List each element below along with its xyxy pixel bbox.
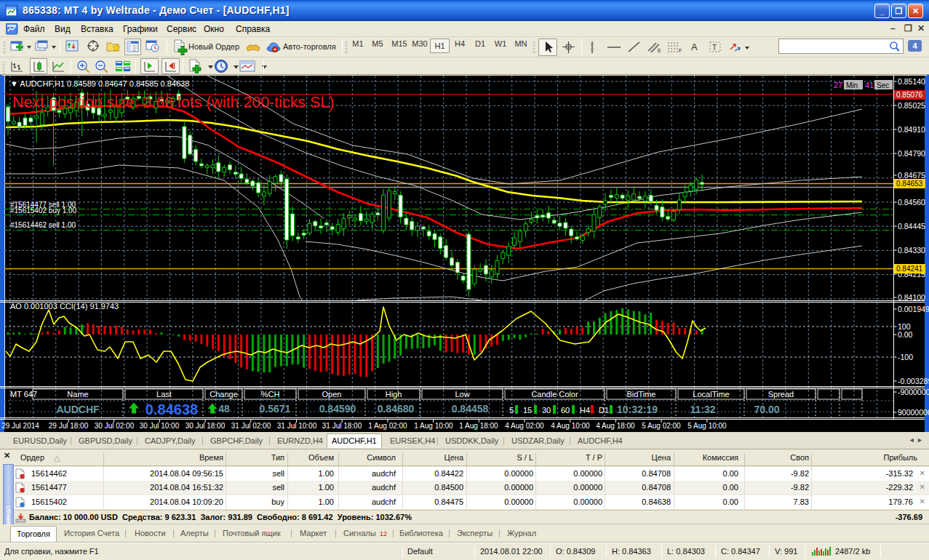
svg-text:0.84590: 0.84590 bbox=[319, 403, 356, 415]
svg-text:AO 0.001003 CCI(14) 91.9743: AO 0.001003 CCI(14) 91.9743 bbox=[10, 302, 119, 311]
svg-text:30: 30 bbox=[542, 406, 551, 415]
svg-text:0.84560: 0.84560 bbox=[898, 198, 925, 207]
svg-text:70.00: 70.00 bbox=[754, 404, 779, 415]
svg-text:41: 41 bbox=[865, 81, 874, 89]
svg-text:1 Aug 02:00: 1 Aug 02:00 bbox=[368, 422, 407, 430]
svg-text:31 Jul 02:00: 31 Jul 02:00 bbox=[231, 422, 271, 430]
svg-text:Last: Last bbox=[156, 390, 172, 399]
svg-text:%CH: %CH bbox=[261, 390, 280, 399]
svg-text:90000000: 90000000 bbox=[898, 408, 929, 417]
svg-text:Min: Min bbox=[846, 81, 858, 89]
svg-text:0.84653: 0.84653 bbox=[896, 180, 923, 188]
svg-text:-100: -100 bbox=[898, 353, 913, 361]
svg-text:31 Jul 10:00: 31 Jul 10:00 bbox=[277, 422, 317, 430]
svg-text:10:32:19: 10:32:19 bbox=[617, 404, 658, 415]
svg-text:30 Jul 10:00: 30 Jul 10:00 bbox=[140, 422, 180, 430]
svg-text:29 Jul 2014: 29 Jul 2014 bbox=[1, 422, 39, 430]
svg-text:0.84241: 0.84241 bbox=[896, 265, 923, 273]
svg-text:0.00: 0.00 bbox=[898, 330, 913, 339]
svg-text:1 Aug 18:00: 1 Aug 18:00 bbox=[459, 422, 498, 430]
svg-text:29 Jul 18:00: 29 Jul 18:00 bbox=[49, 422, 89, 430]
svg-text:0.84790: 0.84790 bbox=[898, 149, 925, 158]
svg-text:5 Aug 10:00: 5 Aug 10:00 bbox=[687, 422, 727, 430]
svg-text:15: 15 bbox=[523, 406, 532, 415]
svg-text:-9000000: -9000000 bbox=[898, 388, 929, 396]
svg-text:5 Aug 02:00: 5 Aug 02:00 bbox=[642, 422, 681, 430]
svg-text:Open: Open bbox=[322, 390, 342, 399]
svg-text:0.84910: 0.84910 bbox=[898, 125, 925, 134]
svg-text:F: F bbox=[679, 48, 682, 53]
svg-text:T: T bbox=[712, 44, 717, 52]
svg-text:High: High bbox=[386, 390, 402, 399]
svg-text:Name: Name bbox=[67, 390, 88, 399]
svg-text:30 Jul 18:00: 30 Jul 18:00 bbox=[186, 422, 226, 430]
svg-text:-0.003289: -0.003289 bbox=[898, 377, 929, 385]
svg-text:0.5671: 0.5671 bbox=[260, 403, 291, 415]
svg-text:Spread: Spread bbox=[768, 390, 794, 399]
svg-text:0.001949: 0.001949 bbox=[898, 305, 929, 313]
svg-text:0.84638: 0.84638 bbox=[145, 401, 198, 417]
svg-text:0.85140: 0.85140 bbox=[898, 77, 925, 86]
svg-text:E: E bbox=[658, 48, 661, 53]
svg-text:0.84675: 0.84675 bbox=[898, 171, 925, 180]
svg-text:▼ AUDCHF,H1 0.84589 0.84647 0: ▼ AUDCHF,H1 0.84589 0.84647 0.84585 0.84… bbox=[10, 79, 189, 88]
svg-text:48: 48 bbox=[218, 403, 230, 415]
svg-text:Sec: Sec bbox=[877, 81, 889, 89]
svg-text:#15614462 sell 1.00: #15614462 sell 1.00 bbox=[10, 221, 76, 229]
svg-text:H4: H4 bbox=[580, 406, 590, 415]
svg-text:30 Jul 02:00: 30 Jul 02:00 bbox=[95, 422, 135, 430]
svg-text:0.84680: 0.84680 bbox=[378, 403, 415, 415]
svg-text:Low: Low bbox=[455, 390, 469, 399]
svg-text:MT 647: MT 647 bbox=[10, 390, 37, 399]
svg-text:LocalTime: LocalTime bbox=[693, 390, 729, 399]
svg-text:Change: Change bbox=[210, 390, 238, 399]
svg-text:0.85025: 0.85025 bbox=[898, 101, 925, 110]
svg-text:0.84445: 0.84445 bbox=[898, 222, 925, 231]
svg-text:0.84458: 0.84458 bbox=[452, 403, 489, 415]
svg-text:BidTime: BidTime bbox=[627, 390, 656, 399]
svg-text:4 Aug 02:00: 4 Aug 02:00 bbox=[505, 422, 544, 430]
svg-text:#15615402 buy 1.00: #15615402 buy 1.00 bbox=[10, 207, 77, 215]
svg-text:0.84330: 0.84330 bbox=[898, 246, 925, 255]
svg-text:4 Aug 10:00: 4 Aug 10:00 bbox=[551, 422, 590, 430]
svg-text:Candle Color: Candle Color bbox=[531, 390, 578, 399]
svg-text:27: 27 bbox=[834, 81, 842, 89]
svg-text:1 Aug 10:00: 1 Aug 10:00 bbox=[414, 422, 453, 430]
svg-text:0.85076: 0.85076 bbox=[896, 91, 923, 99]
svg-text:AUDCHF: AUDCHF bbox=[56, 404, 100, 415]
svg-text:11:32: 11:32 bbox=[690, 404, 715, 415]
svg-text:0.84100: 0.84100 bbox=[898, 293, 925, 302]
svg-text:D1: D1 bbox=[599, 406, 609, 415]
svg-text:60: 60 bbox=[561, 406, 570, 415]
svg-text:31 Jul 18:00: 31 Jul 18:00 bbox=[322, 422, 362, 430]
svg-text:Next position size: 3.68 lots: Next position size: 3.68 lots (with 200-… bbox=[12, 94, 334, 111]
svg-text:4 Aug 18:00: 4 Aug 18:00 bbox=[596, 422, 635, 430]
svg-text:5: 5 bbox=[509, 406, 514, 415]
